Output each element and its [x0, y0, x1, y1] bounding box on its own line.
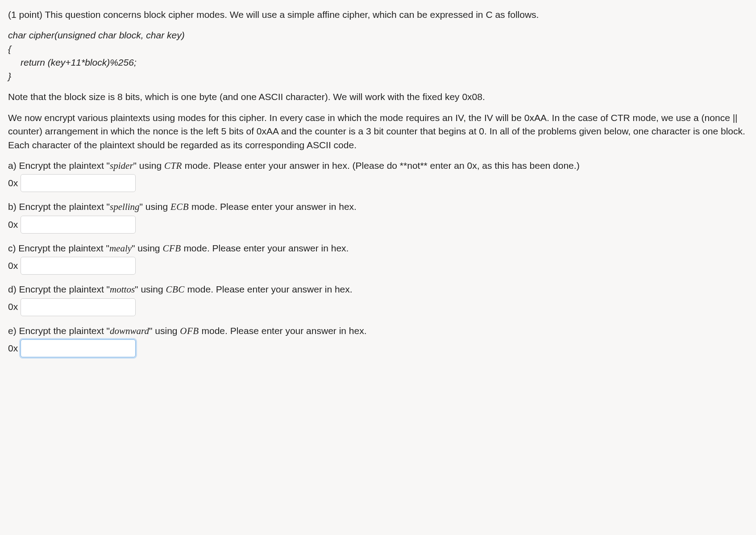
part-b-plaintext: spelling — [110, 201, 140, 212]
part-d-pre: d) Encrypt the plaintext " — [8, 284, 110, 294]
part-d-post: mode. Please enter your answer in hex. — [185, 284, 353, 294]
code-line-4: } — [8, 70, 748, 83]
hex-prefix: 0x — [8, 259, 18, 272]
part-c-answer-row: 0x — [8, 257, 748, 275]
question-intro: (1 point) This question concerns block c… — [8, 8, 748, 21]
part-b-mode: ECB — [170, 201, 189, 212]
part-c-mode: CFB — [162, 243, 181, 254]
part-d-input[interactable] — [21, 298, 136, 316]
part-a-plaintext: spider — [110, 160, 133, 171]
part-c-mid: " using — [132, 243, 162, 253]
hex-prefix: 0x — [8, 342, 18, 355]
part-e-post: mode. Please enter your answer in hex. — [199, 326, 367, 336]
part-d-answer-row: 0x — [8, 298, 748, 316]
question-setup: We now encrypt various plaintexts using … — [8, 111, 748, 152]
hex-prefix: 0x — [8, 176, 18, 190]
part-a-post: mode. Please enter your answer in hex. (… — [182, 160, 580, 171]
part-b-text: b) Encrypt the plaintext "spelling" usin… — [8, 200, 748, 213]
part-d-mid: " using — [135, 284, 166, 294]
part-b: b) Encrypt the plaintext "spelling" usin… — [8, 200, 748, 233]
question-note: Note that the block size is 8 bits, whic… — [8, 90, 748, 104]
part-b-post: mode. Please enter your answer in hex. — [189, 201, 357, 212]
part-c-post: mode. Please enter your answer in hex. — [181, 243, 349, 253]
part-e-pre: e) Encrypt the plaintext " — [8, 326, 110, 336]
part-d: d) Encrypt the plaintext "mottos" using … — [8, 283, 748, 316]
part-d-text: d) Encrypt the plaintext "mottos" using … — [8, 283, 748, 296]
part-a-answer-row: 0x — [8, 174, 748, 192]
part-e: e) Encrypt the plaintext "downward" usin… — [8, 324, 748, 357]
part-e-input[interactable] — [21, 339, 136, 357]
part-b-answer-row: 0x — [8, 216, 748, 234]
part-e-plaintext: downward — [110, 326, 149, 336]
part-a-mid: " using — [133, 160, 164, 171]
part-a: a) Encrypt the plaintext "spider" using … — [8, 159, 748, 192]
question-container: (1 point) This question concerns block c… — [8, 8, 748, 357]
part-a-mode: CTR — [164, 160, 182, 171]
part-e-mid: " using — [149, 326, 180, 336]
part-c-input[interactable] — [21, 257, 136, 275]
part-b-pre: b) Encrypt the plaintext " — [8, 201, 110, 212]
code-block: char cipher(unsigned char block, char ke… — [8, 29, 748, 83]
part-c-text: c) Encrypt the plaintext "mealy" using C… — [8, 242, 748, 255]
hex-prefix: 0x — [8, 218, 18, 231]
part-c-plaintext: mealy — [109, 243, 132, 254]
part-d-plaintext: mottos — [110, 284, 135, 295]
part-e-mode: OFB — [180, 326, 199, 336]
part-a-text: a) Encrypt the plaintext "spider" using … — [8, 159, 748, 172]
part-a-input[interactable] — [21, 174, 136, 192]
part-d-mode: CBC — [166, 284, 184, 295]
part-e-text: e) Encrypt the plaintext "downward" usin… — [8, 324, 748, 338]
code-line-2: { — [8, 42, 748, 56]
part-b-input[interactable] — [21, 216, 136, 234]
part-b-mid: " using — [140, 201, 170, 212]
hex-prefix: 0x — [8, 300, 18, 313]
part-a-pre: a) Encrypt the plaintext " — [8, 160, 110, 171]
part-e-answer-row: 0x — [8, 339, 748, 357]
code-line-3: return (key+11*block)%256; — [8, 56, 748, 69]
part-c-pre: c) Encrypt the plaintext " — [8, 243, 109, 253]
code-line-1: char cipher(unsigned char block, char ke… — [8, 29, 748, 42]
part-c: c) Encrypt the plaintext "mealy" using C… — [8, 242, 748, 275]
